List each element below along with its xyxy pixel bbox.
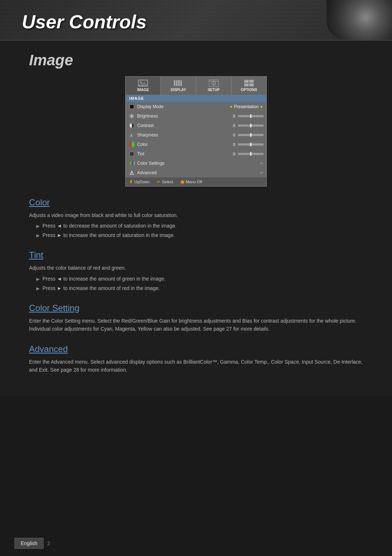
svg-point-3 <box>140 81 142 83</box>
section-advanced: Advanced Enter the Advanced menu. Select… <box>29 344 363 374</box>
contrast-slider[interactable]: 0 <box>233 123 264 128</box>
color-setting-title: Color Setting <box>29 303 363 313</box>
svg-rect-14 <box>244 83 249 86</box>
page-title: User Controls <box>22 11 370 33</box>
sharpness-track <box>238 134 264 136</box>
svg-rect-27 <box>129 142 132 147</box>
menu-item-brightness[interactable]: Brightness 0 <box>126 111 266 121</box>
tint-thumb <box>250 152 252 156</box>
color-settings-icon <box>128 161 135 166</box>
tab-options[interactable]: OPTIONS <box>232 77 266 95</box>
svg-line-24 <box>130 117 131 118</box>
color-settings-label: Color Settings <box>137 161 260 166</box>
right-arrow-icon: ► <box>260 105 264 109</box>
brightness-icon <box>128 114 135 119</box>
sharpness-label: Sharpness <box>137 132 233 138</box>
tab-image[interactable]: IMAGE <box>126 77 161 95</box>
color-title: Color <box>29 197 363 208</box>
main-content: Image IMAGE <box>0 41 392 396</box>
advanced-label: Advanced <box>137 170 260 175</box>
tint-track <box>238 153 264 155</box>
tint-bullet-1-text: Press ◄ to increase the amount of green … <box>42 275 166 283</box>
menu-item-color-settings[interactable]: Color Settings ↵ <box>126 159 266 168</box>
color-track <box>238 143 264 146</box>
sharpness-icon: A <box>128 132 135 138</box>
menu-tabs: IMAGE DISPLAY <box>126 77 266 95</box>
menu-footer: ⬆ UpDown ↵ Select ▣ Menu Off <box>126 177 266 186</box>
svg-point-16 <box>131 115 133 117</box>
color-slider[interactable]: 0 <box>233 142 264 147</box>
page-header: User Controls <box>0 0 392 41</box>
svg-rect-12 <box>244 80 249 83</box>
tint-icon <box>128 151 135 156</box>
brightness-thumb <box>250 114 252 118</box>
sharpness-slider[interactable]: 0 <box>233 133 264 137</box>
tab-display[interactable]: DISPLAY <box>161 77 196 95</box>
menu-ui: IMAGE DISPLAY <box>125 76 267 187</box>
tab-setup-label: SETUP <box>208 88 220 92</box>
footer-menuoff: ▣ Menu Off <box>180 179 202 184</box>
menu-item-sharpness[interactable]: A Sharpness 0 <box>126 130 266 140</box>
tab-image-label: IMAGE <box>137 88 149 92</box>
language-label: English <box>21 540 37 546</box>
menu-item-display-mode[interactable]: Display Mode ◄ Presentation ► <box>126 102 266 111</box>
section-tint: Tint Adjusts the color balance of red an… <box>29 250 363 292</box>
svg-text:A: A <box>129 132 133 138</box>
tab-options-label: OPTIONS <box>241 88 257 92</box>
setup-tab-icon <box>209 79 219 87</box>
contrast-icon <box>128 123 135 128</box>
advanced-enter-icon: ↵ <box>260 170 264 175</box>
display-mode-icon <box>128 104 135 109</box>
color-setting-desc: Enter the Color Setting menu. Select the… <box>29 317 363 333</box>
color-bullet-2: ▶ Press ► to increase the amount of satu… <box>36 232 363 239</box>
bullet-arrow-1: ▶ <box>36 223 40 229</box>
tint-bullet-arrow-2: ▶ <box>36 285 40 292</box>
contrast-track <box>238 124 264 127</box>
tint-bullet-1: ▶ Press ◄ to increase the amount of gree… <box>36 275 363 283</box>
svg-rect-15 <box>249 83 254 86</box>
tab-display-label: DISPLAY <box>171 88 186 92</box>
tint-bullet-arrow-1: ▶ <box>36 276 40 282</box>
footer-menuoff-label: Menu Off <box>186 180 202 184</box>
options-tab-icon <box>244 79 254 87</box>
tint-label: Tint <box>137 151 233 156</box>
footer-select-label: Select <box>162 180 173 184</box>
contrast-label: Contrast <box>137 123 233 128</box>
image-tab-icon <box>138 79 148 87</box>
updown-icon: ⬆ <box>129 179 133 184</box>
svg-rect-7 <box>180 80 182 86</box>
advanced-desc: Enter the Advanced menu. Select advanced… <box>29 358 363 374</box>
select-icon: ↵ <box>157 179 160 184</box>
display-mode-value: ◄ Presentation ► <box>229 104 264 109</box>
bullet-arrow-2: ▶ <box>36 232 40 239</box>
page-footer: English 2 <box>15 538 377 549</box>
footer-updown-label: UpDown <box>134 180 150 184</box>
menu-section-header: IMAGE <box>126 95 266 102</box>
menu-item-color[interactable]: Color 0 <box>126 140 266 149</box>
color-settings-enter-icon: ↵ <box>260 161 264 166</box>
color-bullet-2-text: Press ► to increase the amount of satura… <box>42 232 175 239</box>
footer-updown: ⬆ UpDown <box>129 179 150 184</box>
language-badge: English <box>15 538 44 549</box>
menuoff-icon: ▣ <box>180 179 184 184</box>
color-bullet-1-text: Press ◄ to decrease the amount of satura… <box>42 222 177 230</box>
svg-rect-4 <box>174 80 175 86</box>
color-label: Color <box>137 142 233 147</box>
sharpness-thumb <box>250 133 252 137</box>
display-tab-icon <box>173 79 183 87</box>
page-number: 2 <box>47 540 50 546</box>
color-thumb <box>250 143 252 146</box>
menu-item-contrast[interactable]: Contrast 0 <box>126 121 266 130</box>
advanced-icon <box>128 170 135 175</box>
svg-line-21 <box>130 114 131 115</box>
brightness-label: Brightness <box>137 114 233 119</box>
svg-line-22 <box>133 117 134 118</box>
left-arrow-icon: ◄ <box>229 105 233 109</box>
menu-item-tint[interactable]: Tint 0 <box>126 149 266 159</box>
tint-slider[interactable]: 0 <box>233 152 264 156</box>
image-section-title: Image <box>29 52 363 69</box>
menu-item-advanced[interactable]: Advanced ↵ <box>126 168 266 177</box>
brightness-slider[interactable]: 0 <box>233 114 264 118</box>
svg-rect-28 <box>132 142 134 147</box>
tab-setup[interactable]: SETUP <box>196 77 232 95</box>
